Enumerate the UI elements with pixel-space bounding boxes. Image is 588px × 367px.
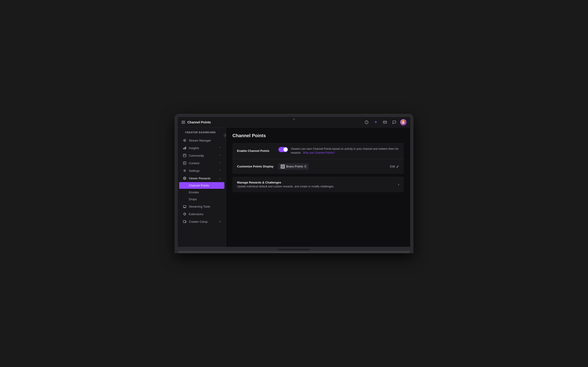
- points-badge: Bravo Points 0: [278, 163, 309, 170]
- sidebar-item-label: Settings: [189, 169, 199, 173]
- chevron-down-icon: ⌃: [219, 147, 221, 149]
- svg-point-5: [184, 140, 185, 141]
- sidebar-item-label: Stream Manager: [189, 139, 211, 142]
- channel-points-card: Enable Channel Points Viewers can earn C…: [233, 143, 404, 174]
- sidebar-item-streaming-tools[interactable]: Streaming Tools: [179, 203, 225, 210]
- content-icon: [183, 161, 187, 165]
- hamburger-button[interactable]: [182, 121, 185, 124]
- sidebar-item-content[interactable]: Content ⌃: [179, 159, 225, 167]
- community-icon: [183, 154, 187, 157]
- sidebar-item-extensions[interactable]: Extensions: [179, 210, 225, 218]
- sidebar-sub-item-label: Channel Points: [189, 184, 209, 187]
- points-icon: [281, 165, 285, 169]
- svg-text:?: ?: [366, 121, 367, 124]
- sidebar-collapse-button[interactable]: [224, 133, 226, 138]
- camera-notch: [293, 118, 295, 120]
- svg-rect-6: [183, 148, 184, 149]
- sidebar-sub-item-label: Emotes: [189, 191, 199, 194]
- sidebar-item-viewer-rewards[interactable]: Viewer Rewards ⌄: [179, 175, 225, 182]
- creator-camp-icon: [183, 220, 187, 223]
- toggle-thumb: [284, 148, 288, 152]
- sparkle-icon[interactable]: [372, 119, 379, 125]
- svg-point-15: [184, 170, 185, 171]
- edit-button[interactable]: Edit: [390, 165, 399, 168]
- enable-channel-points-label: Enable Channel Points: [237, 149, 278, 152]
- svg-rect-8: [185, 147, 186, 149]
- mail-icon[interactable]: [382, 119, 388, 125]
- laptop-notch: [278, 249, 310, 250]
- sidebar-item-settings[interactable]: Settings ⌃: [179, 167, 225, 174]
- chevron-down-icon: ⌃: [219, 169, 221, 172]
- sidebar-item-label: Extensions: [189, 212, 204, 216]
- svg-rect-7: [184, 147, 185, 149]
- settings-icon: [183, 169, 187, 173]
- sidebar-item-stream-manager[interactable]: Stream Manager: [179, 137, 225, 144]
- content-area: Channel Points Enable Channel Points Vie…: [226, 127, 410, 247]
- stream-manager-icon: [183, 139, 187, 142]
- manage-rewards-row[interactable]: Manage Rewards & Challenges Update indiv…: [233, 177, 404, 192]
- avatar[interactable]: [400, 119, 406, 125]
- chevron-down-icon: ⌃: [219, 154, 221, 157]
- sidebar-sub-item-label: Drops: [189, 198, 197, 201]
- sidebar-item-label: Insights: [189, 146, 199, 150]
- customize-points-label: Customize Points Display: [237, 165, 278, 168]
- viewer-rewards-icon: [183, 176, 187, 180]
- customize-points-row: Customize Points Display Bravo Points 0: [233, 159, 404, 174]
- insights-icon: [183, 146, 187, 150]
- sidebar-item-label: Creator Camp: [189, 220, 208, 223]
- external-link-icon: ↗: [219, 220, 221, 223]
- why-use-link[interactable]: Why use Channel Points?: [303, 151, 335, 154]
- enable-channel-points-toggle[interactable]: [278, 147, 288, 152]
- manage-rewards-description: Update individual default and custom rew…: [237, 185, 398, 188]
- help-icon[interactable]: ?: [363, 119, 370, 125]
- sidebar-sub-item-channel-points[interactable]: Channel Points: [179, 182, 225, 189]
- extensions-icon: [183, 212, 187, 216]
- sidebar-sub-item-drops[interactable]: Drops: [179, 196, 225, 202]
- topbar-title: Channel Points: [187, 120, 211, 124]
- chat-icon[interactable]: [391, 119, 397, 125]
- svg-rect-2: [383, 121, 387, 123]
- sidebar-item-creator-camp[interactable]: Creator Camp ↗: [179, 218, 225, 225]
- svg-point-23: [282, 166, 284, 167]
- points-name: Bravo Points: [286, 165, 303, 168]
- sidebar-item-label: Viewer Rewards: [189, 177, 210, 180]
- svg-point-3: [403, 121, 404, 122]
- svg-rect-21: [183, 220, 185, 223]
- sidebar-item-community[interactable]: Community ⌃: [179, 152, 225, 159]
- sidebar-item-label: Streaming Tools: [189, 205, 210, 208]
- sidebar-item-label: Community: [189, 154, 204, 157]
- svg-rect-17: [183, 206, 186, 207]
- laptop-bottom: [178, 251, 410, 253]
- sidebar-section-label: CREATOR DASHBOARD: [182, 129, 219, 135]
- sidebar-item-label: Content: [189, 161, 199, 165]
- sidebar-item-insights[interactable]: Insights ⌃: [179, 144, 225, 152]
- svg-rect-9: [183, 154, 186, 157]
- chevron-up-icon: ⌄: [219, 177, 221, 180]
- enable-channel-points-row: Enable Channel Points Viewers can earn C…: [233, 143, 404, 159]
- sidebar: CREATOR DASHBOARD Stream Manager: [178, 127, 226, 247]
- manage-rewards-title: Manage Rewards & Challenges: [237, 181, 398, 184]
- points-count: 0: [304, 165, 306, 168]
- chevron-right-icon: ›: [398, 182, 399, 186]
- sidebar-sub-item-emotes[interactable]: Emotes: [179, 189, 225, 196]
- manage-rewards-card: Manage Rewards & Challenges Update indiv…: [233, 177, 404, 192]
- page-title: Channel Points: [233, 133, 404, 138]
- chevron-down-icon: ⌃: [219, 162, 221, 165]
- streaming-tools-icon: [183, 205, 187, 208]
- enable-channel-points-description: Viewers can earn Channel Points based on…: [291, 147, 399, 155]
